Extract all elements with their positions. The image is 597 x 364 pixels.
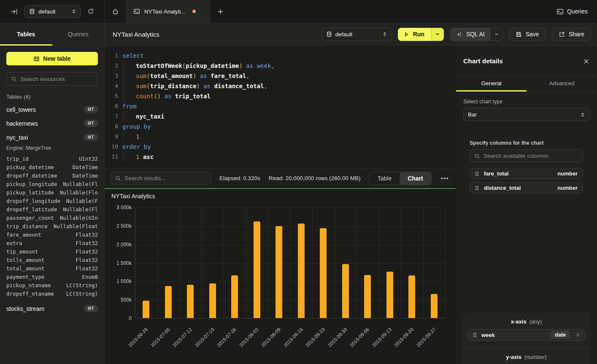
results-search-input[interactable] bbox=[124, 175, 206, 181]
bar-2015-07-26[interactable] bbox=[231, 275, 238, 318]
bar-chart[interactable]: 0500k1 000k1 500k2 000k2 500k3 000k2015-… bbox=[135, 208, 445, 318]
sql-ai-chevron[interactable] bbox=[491, 28, 502, 40]
database-selector-value: default bbox=[38, 8, 68, 15]
table-row[interactable]: nyc_taxiMT bbox=[6, 130, 98, 144]
gridline bbox=[268, 208, 268, 318]
column-type: Enum8 bbox=[82, 273, 98, 281]
new-tab-button[interactable] bbox=[210, 0, 230, 23]
x-axis-tick-label: 2015-09-06 bbox=[349, 327, 370, 348]
bar-2015-09-06[interactable] bbox=[364, 275, 371, 318]
code-token: , bbox=[264, 83, 267, 89]
sidebar-search[interactable] bbox=[6, 72, 98, 86]
close-icon[interactable] bbox=[583, 58, 589, 65]
x-axis-tick-label: 2015-09-27 bbox=[416, 327, 437, 348]
sql-ai-button[interactable]: SQL AI bbox=[450, 28, 503, 41]
y-axis-hint: (number) bbox=[524, 354, 547, 360]
drag-handle-icon[interactable] bbox=[472, 332, 478, 338]
available-column-distance_total[interactable]: distance_totalnumber bbox=[470, 182, 583, 194]
workspace: 1select2toStartOfWeek(pickup_datetime) a… bbox=[105, 46, 456, 364]
columns-search-input[interactable] bbox=[484, 153, 578, 159]
share-button[interactable]: Share bbox=[552, 28, 591, 41]
available-column-fare_total[interactable]: fare_totalnumber bbox=[470, 168, 583, 179]
line-number: 6 bbox=[105, 101, 118, 111]
remove-icon[interactable] bbox=[575, 332, 581, 337]
sidebar-content: New table Tables (4) cell_towersMThacker… bbox=[0, 46, 104, 315]
drag-handle-icon[interactable] bbox=[474, 185, 480, 191]
column-name: pickup_longitude bbox=[6, 180, 57, 189]
tab-general[interactable]: General bbox=[456, 75, 527, 91]
bar-2015-07-19[interactable] bbox=[209, 283, 216, 318]
database-selector[interactable]: default bbox=[24, 5, 81, 18]
run-button[interactable]: Run bbox=[398, 28, 444, 41]
sidebar-search-input[interactable] bbox=[20, 76, 93, 82]
view-toggle-chart[interactable]: Chart bbox=[400, 172, 431, 185]
run-button-main[interactable]: Run bbox=[398, 28, 431, 41]
refresh-icon[interactable] bbox=[84, 5, 97, 18]
table-row[interactable]: stocks_streamMT bbox=[6, 302, 98, 315]
home-button[interactable] bbox=[105, 0, 127, 23]
chevron-updown-icon bbox=[580, 112, 585, 118]
columns-search[interactable] bbox=[470, 149, 583, 162]
line-number: 1 bbox=[105, 51, 118, 61]
code-line: 3sum(total_amount) as fare_total, bbox=[105, 71, 456, 81]
code-content: sum(total_amount) as fare_total, bbox=[122, 71, 250, 81]
new-table-button[interactable]: New table bbox=[6, 52, 98, 65]
drag-handle-icon[interactable] bbox=[474, 171, 480, 177]
bar-2015-08-09[interactable] bbox=[276, 226, 282, 318]
column-row: passenger_countNullable(UIn bbox=[6, 214, 98, 222]
collapse-sidebar-icon[interactable] bbox=[8, 5, 20, 18]
table-engine-badge: MT bbox=[84, 106, 98, 113]
sql-editor[interactable]: 1select2toStartOfWeek(pickup_datetime) a… bbox=[105, 46, 456, 168]
sidebar-tab-tables[interactable]: Tables bbox=[0, 23, 52, 45]
table-row[interactable]: hackernewsMT bbox=[6, 116, 98, 130]
query-tab[interactable]: NYTaxi Analyti... bbox=[127, 0, 210, 23]
bar-2015-08-16[interactable] bbox=[298, 224, 305, 318]
x-axis-tick-label: 2015-08-02 bbox=[238, 327, 259, 348]
run-database-selector[interactable]: default bbox=[321, 28, 392, 41]
gridline bbox=[157, 208, 158, 318]
bar-2015-09-13[interactable] bbox=[386, 272, 393, 318]
code-token: from bbox=[122, 103, 137, 110]
column-pill-name: distance_total bbox=[484, 185, 553, 191]
code-token: as bbox=[246, 62, 253, 69]
chart-type-select[interactable]: Bar bbox=[463, 108, 590, 121]
line-number: 8 bbox=[105, 121, 118, 132]
column-type: Float32 bbox=[76, 256, 98, 264]
run-options-chevron[interactable] bbox=[431, 28, 444, 41]
bar-2015-06-28[interactable] bbox=[143, 301, 149, 318]
code-line: 10order by bbox=[105, 142, 456, 152]
x-axis-item-week[interactable]: weekdate bbox=[467, 329, 585, 341]
sidebar-tab-queries[interactable]: Queries bbox=[52, 23, 105, 45]
code-token bbox=[207, 73, 211, 79]
sql-ai-main[interactable]: SQL AI bbox=[450, 28, 491, 40]
code-token: ) bbox=[239, 62, 242, 69]
table-engine-badge: MT bbox=[84, 305, 98, 312]
more-options-icon[interactable]: ••• bbox=[440, 175, 450, 182]
bar-2015-09-20[interactable] bbox=[408, 275, 415, 318]
code-token: select bbox=[122, 52, 144, 59]
bar-2015-07-05[interactable] bbox=[165, 286, 172, 318]
column-row: total_amountFloat32 bbox=[6, 264, 98, 273]
column-name: dropoff_ntaname bbox=[6, 290, 54, 298]
y-axis-line bbox=[135, 208, 135, 318]
save-button[interactable]: Save bbox=[509, 28, 546, 41]
line-number: 4 bbox=[105, 81, 118, 91]
tab-advanced[interactable]: Advanced bbox=[527, 75, 597, 91]
bar-2015-07-12[interactable] bbox=[187, 285, 194, 318]
code-line: 7nyc_taxi bbox=[105, 111, 456, 121]
x-axis-tick-label: 2015-08-09 bbox=[260, 327, 281, 348]
bar-2015-09-27[interactable] bbox=[431, 294, 438, 318]
results-search[interactable] bbox=[111, 172, 211, 185]
code-content: count() as trip_total bbox=[122, 91, 211, 101]
column-name: trip_id bbox=[6, 155, 29, 163]
bar-2015-08-30[interactable] bbox=[342, 264, 349, 318]
bar-2015-08-23[interactable] bbox=[320, 228, 327, 318]
table-row[interactable]: cell_towersMT bbox=[6, 102, 98, 116]
available-columns-list: fare_totalnumberdistance_totalnumber bbox=[470, 168, 583, 194]
search-icon bbox=[115, 175, 121, 181]
code-token: () bbox=[154, 93, 161, 100]
queries-button[interactable]: Queries bbox=[547, 8, 597, 15]
code-token: sum bbox=[136, 73, 146, 79]
bar-2015-08-02[interactable] bbox=[254, 221, 260, 318]
view-toggle-table[interactable]: Table bbox=[370, 172, 400, 185]
